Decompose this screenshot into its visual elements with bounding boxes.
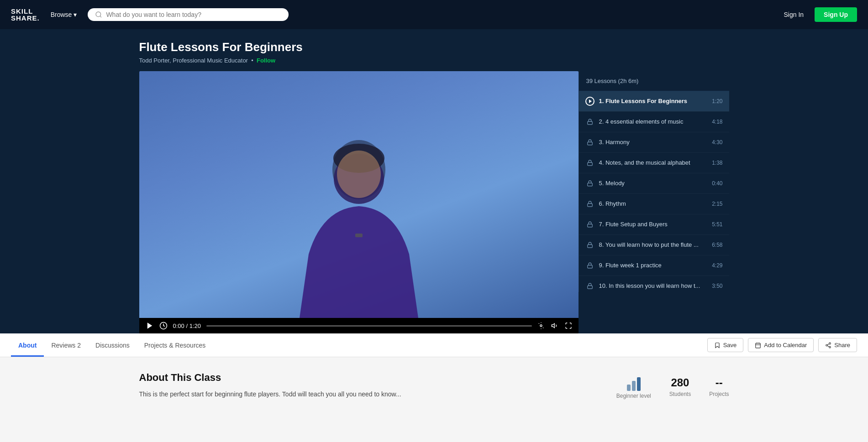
tabs-right: Save Add to Calendar Share [707, 338, 857, 352]
playlist-item[interactable]: 10. In this lesson you will learn how t.… [579, 276, 729, 292]
lock-icon [585, 117, 594, 126]
bar-3 [637, 377, 641, 391]
svg-rect-19 [587, 203, 592, 206]
svg-line-13 [543, 328, 543, 328]
add-calendar-button[interactable]: Add to Calendar [748, 338, 814, 352]
playlist-item-label: 1. Flute Lessons For Beginners [599, 98, 708, 105]
bar-2 [632, 381, 636, 391]
playlist-item[interactable]: 1. Flute Lessons For Beginners1:20 [579, 91, 729, 112]
bar-1 [627, 385, 631, 391]
signin-button[interactable]: Sign In [784, 11, 804, 18]
playlist-item-duration: 1:38 [712, 160, 722, 166]
bookmark-icon [714, 342, 721, 348]
playlist-item-label: 6. Rhythm [599, 200, 708, 208]
playlist-item-duration: 4:29 [712, 262, 722, 269]
play-button[interactable] [146, 322, 154, 330]
content-area: Flute Lessons For Beginners Todd Porter,… [128, 40, 740, 333]
playlist-item[interactable]: 4. Notes, and the musical alphabet1:38 [579, 153, 729, 173]
tabs-row: About Reviews 2 Discussions Projects & R… [0, 333, 868, 357]
tab-projects[interactable]: Projects & Resources [137, 333, 213, 357]
course-title: Flute Lessons For Beginners [139, 40, 729, 54]
play-circle-icon [585, 97, 594, 106]
video-sidebar-row: 0:00 / 1:20 [139, 71, 729, 333]
playlist-item[interactable]: 2. 4 essential elements of music4:18 [579, 112, 729, 132]
svg-line-1 [100, 16, 101, 17]
playlist-item-duration: 0:40 [712, 180, 722, 187]
svg-line-12 [538, 323, 539, 324]
search-icon [95, 11, 102, 18]
playlist-item-label: 10. In this lesson you will learn how t.… [599, 282, 708, 290]
progress-bar[interactable] [206, 325, 532, 327]
playlist-item-label: 5. Melody [599, 180, 708, 187]
playlist-item[interactable]: 6. Rhythm2:15 [579, 194, 729, 214]
video-controls: 0:00 / 1:20 [139, 318, 579, 333]
lock-icon [585, 158, 594, 167]
share-button[interactable]: Share [818, 338, 857, 352]
about-container: About This Class This is the perfect sta… [0, 357, 868, 432]
playlist-item-duration: 3:50 [712, 283, 722, 289]
playlist-scroll[interactable]: 1. Flute Lessons For Beginners1:202. 4 e… [579, 91, 729, 292]
tab-reviews[interactable]: Reviews 2 [44, 333, 88, 357]
level-bars [627, 376, 641, 391]
navbar: SKILL SHARE. Browse ▾ Sign In Sign Up [0, 0, 868, 29]
playlist-item-duration: 2:15 [712, 201, 722, 207]
marker-button[interactable] [537, 322, 545, 329]
about-right: Beginner level 280 Students -- Projects [616, 372, 729, 399]
svg-point-28 [829, 343, 831, 344]
playlist-item[interactable]: 7. Flute Setup and Buyers5:51 [579, 214, 729, 235]
svg-rect-18 [587, 183, 592, 186]
lock-icon [585, 261, 594, 270]
svg-marker-7 [147, 322, 152, 329]
svg-rect-23 [587, 286, 592, 288]
signup-button[interactable]: Sign Up [815, 7, 857, 22]
svg-rect-22 [587, 265, 592, 268]
playlist-item[interactable]: 5. Melody0:40 [579, 173, 729, 194]
lock-icon [585, 138, 594, 147]
share-icon [825, 342, 831, 348]
playlist-item-duration: 5:51 [712, 221, 722, 228]
lock-icon [585, 220, 594, 229]
projects-label: Projects [709, 391, 729, 397]
svg-line-32 [827, 343, 829, 344]
students-count: 280 [671, 376, 689, 389]
course-author: Todd Porter, Professional Music Educator… [139, 57, 729, 64]
svg-rect-21 [587, 244, 592, 247]
lock-icon [585, 199, 594, 208]
tab-discussions[interactable]: Discussions [88, 333, 137, 357]
playlist-item-label: 8. You will learn how to put the flute .… [599, 241, 708, 249]
svg-point-5 [337, 151, 381, 198]
volume-button[interactable] [551, 322, 558, 329]
logo[interactable]: SKILL SHARE. [11, 8, 40, 21]
about-section: About This Class This is the perfect sta… [128, 357, 740, 414]
svg-rect-24 [756, 343, 761, 348]
students-label: Students [669, 391, 691, 397]
fullscreen-button[interactable] [565, 322, 572, 329]
search-bar [88, 8, 289, 21]
control-icons [537, 322, 572, 329]
svg-rect-17 [587, 162, 592, 165]
level-stat: Beginner level [616, 376, 651, 399]
about-description: This is the perfect start for beginning … [139, 389, 589, 399]
playlist-item-label: 4. Notes, and the musical alphabet [599, 159, 708, 167]
rewind-button[interactable] [159, 322, 168, 330]
playlist-item[interactable]: 8. You will learn how to put the flute .… [579, 235, 729, 255]
playlist-item[interactable]: 3. Harmony4:30 [579, 132, 729, 153]
search-input[interactable] [106, 11, 281, 18]
svg-rect-15 [587, 121, 592, 124]
video-frame [139, 71, 579, 318]
tab-about[interactable]: About [11, 333, 44, 357]
playlist-item-label: 7. Flute Setup and Buyers [599, 221, 708, 229]
playlist-item-duration: 1:20 [712, 98, 722, 104]
lock-icon [585, 179, 594, 188]
playlist-item-label: 9. Flute week 1 practice [599, 262, 708, 270]
playlist-item-duration: 6:58 [712, 242, 722, 248]
playlist-sidebar: 39 Lessons (2h 6m) 1. Flute Lessons For … [579, 71, 729, 292]
svg-rect-16 [587, 142, 592, 145]
svg-point-30 [829, 346, 831, 348]
browse-button[interactable]: Browse ▾ [51, 11, 77, 18]
follow-link[interactable]: Follow [257, 57, 275, 64]
svg-line-31 [827, 346, 829, 347]
save-button[interactable]: Save [707, 338, 744, 352]
person-silhouette [263, 126, 455, 318]
playlist-item[interactable]: 9. Flute week 1 practice4:29 [579, 255, 729, 276]
